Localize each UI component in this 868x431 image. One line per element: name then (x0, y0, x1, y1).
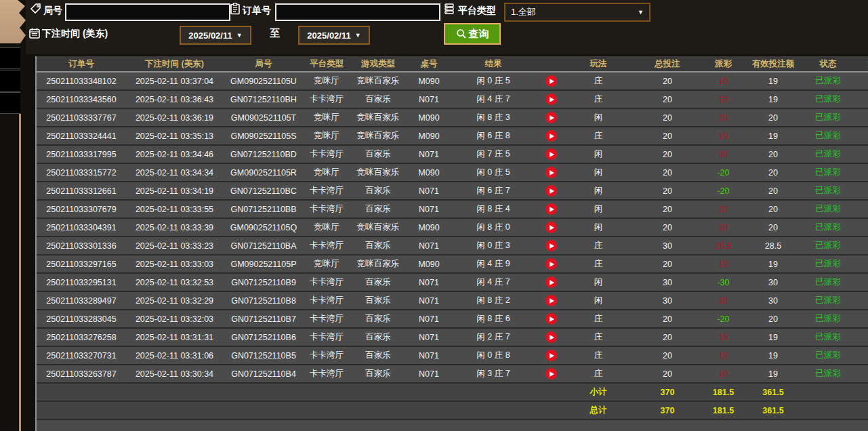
game-no-cell: GN071252110BB (223, 200, 304, 218)
total-bet-cell: 20 (631, 127, 704, 145)
date-from-select[interactable]: 2025/02/11 ▼ (180, 26, 251, 45)
game-type-cell: 百家乐 (349, 365, 407, 383)
payout-cell: 19 (704, 365, 743, 383)
bet-time-cell: 2025-02-11 03:31:06 (126, 346, 223, 365)
game-type-cell: 竞咪百家乐 (349, 108, 407, 127)
valid-bet-cell: 20 (743, 108, 804, 127)
bet-time-cell: 2025-02-11 03:32:53 (126, 273, 223, 291)
result-cell: 闲 8 庄 3 (451, 108, 536, 127)
table-row: 250211033283045 2025-02-11 03:32:03 GN07… (37, 310, 868, 328)
replay-cell (536, 346, 566, 365)
order-no-cell: 250211033270731 (37, 346, 126, 365)
table-no-cell: N071 (407, 365, 451, 383)
table-row: 250211033317995 2025-02-11 03:34:46 GN07… (37, 145, 868, 163)
game-no-cell: GM0902521105S (223, 127, 304, 145)
game-no-cell: GM0902521105U (223, 72, 304, 90)
clipped-cell (852, 108, 868, 127)
play-icon[interactable] (545, 313, 557, 325)
play-type-cell: 闲 (566, 273, 631, 291)
order-no-cell: 250211033312661 (37, 182, 126, 200)
play-icon[interactable] (545, 130, 557, 142)
game-no-cell: GM0902521105T (223, 108, 304, 127)
game-type-cell: 竞咪百家乐 (349, 72, 407, 90)
total-bet-cell: 30 (631, 237, 704, 255)
clipped-cell (852, 255, 868, 273)
col-game-no: 局号 (223, 56, 304, 72)
play-type-cell: 闲 (566, 182, 631, 200)
status-cell: 已派彩 (804, 163, 852, 182)
order-no-input[interactable] (275, 3, 440, 21)
game-no-cell: GN071252110B6 (223, 328, 304, 346)
platform-type-cell: 卡卡湾厅 (304, 273, 349, 291)
platform-type-select[interactable]: 1.全部 ▼ (504, 3, 650, 22)
platform-type-cell: 卡卡湾厅 (304, 90, 349, 108)
play-icon[interactable] (545, 203, 557, 215)
play-icon[interactable] (545, 350, 557, 361)
col-order-no: 订单号 (37, 56, 126, 72)
query-button[interactable]: 查询 (444, 23, 501, 45)
play-icon[interactable] (545, 331, 557, 343)
table-row: 250211033297165 2025-02-11 03:33:03 GM09… (37, 255, 868, 273)
play-icon[interactable] (545, 276, 557, 288)
valid-bet-cell: 20 (743, 182, 804, 200)
table-row: 250211033337767 2025-02-11 03:36:19 GM09… (37, 108, 868, 127)
play-type-cell: 庄 (566, 255, 631, 273)
play-icon[interactable] (545, 258, 557, 270)
status-cell: 已派彩 (804, 127, 852, 145)
play-icon[interactable] (545, 112, 557, 123)
valid-bet-cell: 20 (743, 145, 804, 163)
play-icon[interactable] (545, 185, 557, 197)
play-icon[interactable] (545, 222, 557, 233)
valid-bet-cell: 19 (743, 127, 804, 145)
game-no-input[interactable] (65, 3, 230, 21)
platform-type-cell: 卡卡湾厅 (304, 346, 349, 365)
status-cell: 已派彩 (804, 237, 852, 255)
filter-bar: 局号 订单号 平台类型 1.全部 ▼ 下注时间 (美东) 2025/02/11 … (26, 0, 868, 54)
table-row: 250211033348102 2025-02-11 03:37:04 GM09… (37, 72, 868, 90)
game-no-cell: GN071252110B7 (223, 310, 304, 328)
platform-type-cell: 卡卡湾厅 (304, 237, 349, 255)
play-icon[interactable] (545, 75, 557, 87)
play-type-cell: 庄 (566, 328, 631, 346)
order-no-cell: 250211033315772 (37, 163, 126, 182)
bet-time-cell: 2025-02-11 03:33:03 (126, 255, 223, 273)
payout-cell: 28.5 (704, 237, 743, 255)
play-icon[interactable] (545, 167, 557, 178)
play-icon[interactable] (545, 240, 557, 251)
clipboard-icon (229, 3, 241, 15)
game-no-label: 局号 (43, 1, 62, 19)
status-cell: 已派彩 (804, 273, 852, 291)
status-cell: 已派彩 (804, 108, 852, 127)
table-no-cell: N071 (407, 237, 451, 255)
date-to-select[interactable]: 2025/02/11 ▼ (298, 26, 370, 45)
game-no-cell: GN071252110B5 (223, 346, 304, 365)
valid-bet-cell: 19 (743, 90, 804, 108)
play-type-cell: 闲 (566, 291, 631, 310)
play-type-cell: 庄 (566, 237, 631, 255)
play-icon[interactable] (545, 148, 557, 160)
table-row: 250211033295131 2025-02-11 03:32:53 GN07… (37, 273, 868, 291)
background-tile (0, 92, 20, 114)
total-bet-cell: 30 (631, 273, 704, 291)
bet-time-label: 下注时间 (美东) (42, 24, 108, 42)
valid-bet-cell: 19 (743, 328, 804, 346)
clipped-cell (852, 127, 868, 145)
date-to-value: 2025/02/11 (307, 30, 350, 41)
col-game-type: 游戏类型 (349, 56, 407, 72)
clipped-cell (852, 237, 868, 255)
payout-cell: -20 (704, 310, 743, 328)
result-cell: 闲 6 庄 8 (451, 127, 536, 145)
subtotal-row: 小计 370 181.5 361.5 (37, 383, 868, 401)
col-bet-time: 下注时间 (美东) (126, 56, 223, 72)
play-icon[interactable] (545, 295, 557, 306)
play-icon[interactable] (545, 368, 557, 379)
replay-cell (536, 200, 566, 218)
col-result: 结果 (451, 56, 536, 72)
play-icon[interactable] (545, 94, 557, 105)
result-cell: 闲 0 庄 3 (451, 237, 536, 255)
platform-type-cell: 卡卡湾厅 (304, 291, 349, 310)
result-cell: 闲 4 庄 7 (451, 273, 536, 291)
game-type-cell: 竞咪百家乐 (349, 127, 407, 145)
play-type-cell: 庄 (566, 365, 631, 383)
game-no-cell: GN071252110B8 (223, 291, 304, 310)
